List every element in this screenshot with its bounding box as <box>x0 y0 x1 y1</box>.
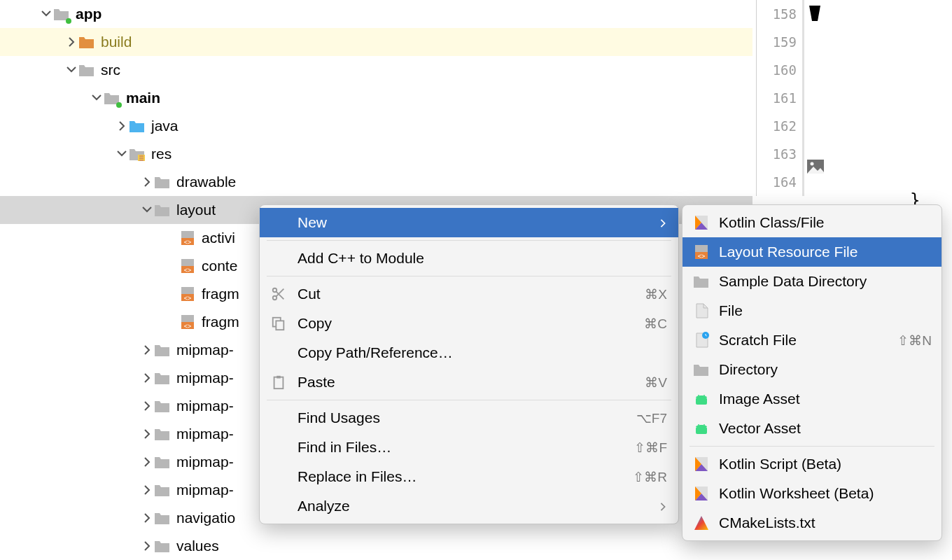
submenu-file[interactable]: File <box>682 296 941 326</box>
xml-file-icon <box>692 243 710 261</box>
chevron-right-icon <box>659 214 667 231</box>
submenu-directory[interactable]: Directory <box>682 355 941 384</box>
tree-label: java <box>151 112 178 140</box>
tree-label: res <box>151 140 172 168</box>
tree-label: drawable <box>176 168 236 196</box>
folder-icon <box>154 342 171 358</box>
shortcut: ⇧⌘F <box>634 440 667 456</box>
menu-label: CMakeLists.txt <box>719 514 932 531</box>
android-icon <box>692 390 710 408</box>
folder-icon <box>104 90 120 106</box>
menu-label: Image Asset <box>719 391 932 407</box>
shortcut: ⌘V <box>645 374 667 391</box>
menu-item-find-in-files[interactable]: Find in Files… ⇧⌘F <box>260 433 678 462</box>
chevron-right-icon <box>140 427 154 441</box>
chevron-down-icon <box>140 203 154 217</box>
scratch-file-icon <box>692 331 710 349</box>
cmake-icon <box>692 514 710 532</box>
chevron-right-icon <box>659 498 667 514</box>
folder-icon <box>129 118 146 134</box>
tree-item-main[interactable]: main <box>0 84 752 112</box>
editor-gutter: 158 159 160 161 162 163 164 <box>756 0 804 196</box>
folder-icon <box>154 538 171 554</box>
menu-item-copy-path[interactable]: Copy Path/Reference… <box>260 338 678 368</box>
line-number: 158 <box>757 0 802 28</box>
menu-label: Kotlin Worksheet (Beta) <box>719 485 932 502</box>
submenu-cmakelists[interactable]: CMakeLists.txt <box>682 508 941 538</box>
shortcut: ⌘X <box>645 286 667 302</box>
submenu-kotlin-worksheet[interactable]: Kotlin Worksheet (Beta) <box>682 479 941 508</box>
xml-file-icon <box>179 314 196 330</box>
shortcut: ⌥F7 <box>636 410 667 426</box>
tree-item-src[interactable]: src <box>0 56 752 84</box>
tree-label: fragm <box>202 280 239 308</box>
submenu-sample-data[interactable]: Sample Data Directory <box>682 267 941 296</box>
menu-label: File <box>719 302 932 319</box>
tree-item-app[interactable]: app <box>0 0 752 28</box>
tree-label: mipmap- <box>176 420 234 448</box>
folder-icon <box>154 202 171 218</box>
chevron-right-icon <box>140 455 154 469</box>
tree-item-java[interactable]: java <box>0 112 752 140</box>
line-number: 159 <box>757 28 802 56</box>
chevron-right-icon <box>140 343 154 357</box>
submenu-kotlin-class[interactable]: Kotlin Class/File <box>682 208 941 237</box>
folder-icon <box>129 146 146 162</box>
kotlin-file-icon <box>692 214 710 232</box>
submenu-image-asset[interactable]: Image Asset <box>682 384 941 414</box>
tree-item-res[interactable]: res <box>0 140 752 168</box>
tree-label: layout <box>176 196 216 224</box>
chevron-down-icon <box>64 63 78 77</box>
tree-item-values[interactable]: values <box>0 532 752 560</box>
menu-item-find-usages[interactable]: Find Usages ⌥F7 <box>260 403 678 433</box>
menu-item-new[interactable]: New <box>260 208 678 237</box>
gutter-marker-icon <box>807 6 822 26</box>
shortcut: ⇧⌘R <box>633 469 667 485</box>
chevron-down-icon <box>90 91 104 105</box>
folder-icon <box>154 370 171 386</box>
chevron-right-icon <box>140 175 154 189</box>
menu-item-copy[interactable]: Copy ⌘C <box>260 309 678 338</box>
tree-label: mipmap- <box>176 336 234 364</box>
submenu-layout-resource[interactable]: Layout Resource File <box>682 237 941 267</box>
menu-label: Find Usages <box>298 410 636 426</box>
tree-label: navigatio <box>176 504 235 532</box>
chevron-right-icon <box>64 35 78 49</box>
tree-label: main <box>126 84 160 112</box>
menu-label: Replace in Files… <box>298 468 633 485</box>
folder-icon <box>154 398 171 414</box>
menu-separator <box>267 240 671 241</box>
menu-item-replace-in-files[interactable]: Replace in Files… ⇧⌘R <box>260 462 678 491</box>
folder-icon <box>154 510 171 526</box>
copy-icon <box>270 314 288 332</box>
context-menu: New Add C++ to Module Cut ⌘X Copy ⌘C Cop… <box>259 204 679 524</box>
tree-label: src <box>101 56 120 84</box>
menu-item-analyze[interactable]: Analyze <box>260 491 678 521</box>
menu-label: Scratch File <box>719 332 897 349</box>
menu-label: Copy <box>298 315 644 332</box>
submenu-vector-asset[interactable]: Vector Asset <box>682 414 941 443</box>
xml-file-icon <box>179 286 196 302</box>
folder-icon <box>78 62 95 78</box>
tree-label: values <box>176 532 219 560</box>
tree-item-drawable[interactable]: drawable <box>0 168 752 196</box>
new-submenu: Kotlin Class/File Layout Resource File S… <box>682 204 942 541</box>
tree-label: conte <box>202 252 237 280</box>
menu-item-add-cpp[interactable]: Add C++ to Module <box>260 244 678 273</box>
menu-label: Kotlin Script (Beta) <box>719 456 932 472</box>
tree-item-build[interactable]: build <box>0 28 752 56</box>
submenu-scratch-file[interactable]: Scratch File ⇧⌘N <box>682 326 941 355</box>
menu-label: Analyze <box>298 498 659 514</box>
line-number: 164 <box>757 168 802 196</box>
folder-icon <box>154 482 171 498</box>
gutter-image-icon <box>807 160 824 177</box>
tree-label: build <box>101 28 132 56</box>
chevron-right-icon <box>140 483 154 497</box>
folder-icon <box>154 426 171 442</box>
menu-separator <box>267 400 671 400</box>
folder-icon <box>692 272 710 290</box>
submenu-kotlin-script[interactable]: Kotlin Script (Beta) <box>682 449 941 479</box>
menu-item-paste[interactable]: Paste ⌘V <box>260 368 678 397</box>
menu-item-cut[interactable]: Cut ⌘X <box>260 279 678 309</box>
chevron-down-icon <box>39 7 53 21</box>
